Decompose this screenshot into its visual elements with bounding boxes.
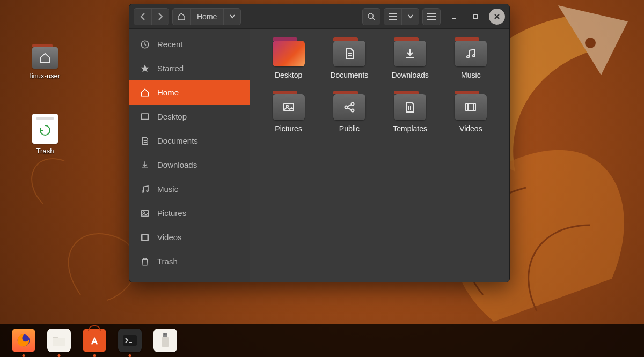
sidebar-item-music[interactable]: Music	[129, 177, 250, 201]
svg-rect-10	[473, 14, 478, 19]
usb-icon	[160, 332, 170, 348]
desktop-icon-label: linux-user	[24, 72, 67, 80]
sidebar-item-label: Documents	[157, 136, 198, 145]
sidebar-item-downloads[interactable]: Downloads	[129, 153, 250, 177]
bag-handle-icon	[88, 325, 101, 331]
share-icon	[343, 101, 356, 114]
sidebar-item-recent[interactable]: Recent	[129, 32, 250, 56]
svg-point-24	[467, 56, 469, 58]
folder-label: Pictures	[275, 124, 302, 133]
dock-item-usb[interactable]	[153, 329, 177, 352]
svg-rect-4	[389, 16, 397, 17]
folder-label: Music	[461, 71, 481, 79]
svg-rect-35	[466, 103, 475, 111]
desktop-icon	[140, 112, 150, 122]
terminal-icon	[123, 335, 137, 346]
download-icon	[140, 160, 150, 170]
dock-item-software[interactable]	[83, 329, 106, 352]
hamburger-menu-button[interactable]	[423, 9, 440, 25]
sidebar-item-label: Downloads	[157, 160, 197, 169]
dock-item-files[interactable]	[47, 329, 71, 352]
folder-icon	[273, 41, 305, 66]
svg-point-15	[142, 191, 144, 192]
folder-label: Videos	[459, 124, 482, 133]
home-icon	[173, 9, 190, 25]
folder-label: Desktop	[275, 71, 302, 79]
picture-icon	[140, 209, 150, 218]
view-list-button[interactable]	[384, 9, 401, 25]
folder-pictures[interactable]: Pictures	[260, 94, 317, 133]
folder-icon	[273, 94, 305, 120]
path-dropdown-button[interactable]	[223, 9, 240, 25]
document-icon	[140, 136, 150, 146]
svg-rect-12	[141, 114, 149, 120]
sidebar-item-pictures[interactable]: Pictures	[129, 201, 250, 225]
svg-rect-19	[141, 234, 149, 240]
view-dropdown-button[interactable]	[401, 9, 419, 25]
maximize-button[interactable]	[467, 9, 484, 25]
folder-desktop[interactable]: Desktop	[260, 41, 317, 79]
folder-grid: Desktop Documents Downloads Music	[250, 29, 509, 282]
folder-templates[interactable]: Templates	[382, 94, 439, 133]
folder-icon	[394, 94, 426, 120]
desktop-icon-home-folder[interactable]: linux-user	[24, 47, 67, 80]
svg-rect-8	[427, 19, 436, 20]
svg-rect-43	[162, 337, 169, 347]
video-icon	[140, 233, 150, 242]
sidebar-item-label: Home	[157, 88, 179, 97]
sidebar-item-documents[interactable]: Documents	[129, 129, 250, 153]
download-icon	[404, 47, 416, 60]
desktop-icon-trash[interactable]: Trash	[24, 114, 67, 155]
sidebar-item-trash[interactable]: Trash	[129, 249, 250, 273]
svg-point-25	[473, 55, 475, 57]
folder-icon	[333, 41, 365, 66]
file-manager-window: Home	[129, 4, 510, 282]
folder-label: Downloads	[391, 71, 428, 79]
folder-downloads[interactable]: Downloads	[382, 41, 439, 79]
sidebar-item-videos[interactable]: Videos	[129, 225, 250, 249]
music-icon	[464, 47, 477, 60]
running-indicator	[129, 354, 131, 357]
dock-item-terminal[interactable]	[118, 329, 142, 352]
sidebar-item-starred[interactable]: Starred	[129, 56, 250, 80]
store-a-icon	[89, 334, 100, 346]
clock-icon	[140, 40, 150, 49]
folder-videos[interactable]: Videos	[442, 94, 500, 133]
sidebar-item-home[interactable]: Home	[129, 80, 250, 105]
svg-point-16	[147, 190, 148, 191]
forward-button[interactable]	[151, 9, 169, 25]
running-indicator	[23, 354, 25, 357]
folder-icon	[455, 41, 487, 66]
sidebar-item-label: Trash	[157, 257, 178, 266]
sidebar-item-label: Music	[157, 184, 178, 194]
path-bar[interactable]: Home	[172, 8, 241, 25]
folder-music[interactable]: Music	[442, 41, 500, 79]
running-indicator	[58, 354, 61, 357]
sidebar-item-label: Starred	[157, 64, 184, 73]
search-button[interactable]	[363, 9, 380, 25]
folder-icon	[52, 334, 66, 346]
folder-label: Public	[339, 124, 360, 133]
close-button[interactable]	[489, 9, 505, 25]
folder-label: Templates	[393, 124, 427, 133]
svg-rect-39	[53, 338, 65, 346]
video-icon	[464, 101, 477, 114]
back-button[interactable]	[134, 9, 151, 25]
breadcrumb-label: Home	[197, 12, 217, 21]
folder-public[interactable]: Public	[320, 94, 378, 133]
sidebar-item-label: Videos	[157, 233, 182, 242]
svg-point-0	[585, 38, 596, 48]
breadcrumb[interactable]: Home	[190, 9, 223, 25]
minimize-button[interactable]	[446, 9, 462, 25]
folder-documents[interactable]: Documents	[320, 41, 378, 79]
svg-rect-44	[164, 334, 165, 335]
sidebar-item-label: Pictures	[157, 209, 186, 218]
document-icon	[343, 47, 356, 60]
running-indicator	[93, 354, 96, 357]
dock-item-firefox[interactable]	[12, 329, 35, 352]
svg-rect-42	[163, 333, 167, 337]
sidebar-item-label: Desktop	[157, 112, 187, 121]
sidebar-item-desktop[interactable]: Desktop	[129, 105, 250, 129]
folder-label: Documents	[330, 71, 368, 79]
svg-point-1	[368, 13, 373, 18]
